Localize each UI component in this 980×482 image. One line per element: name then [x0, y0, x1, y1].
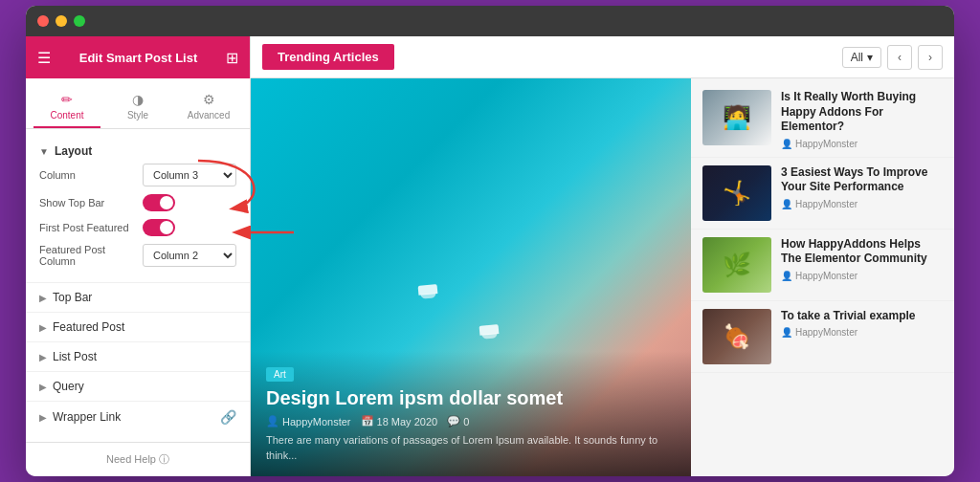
wrapper-link-icon: 🔗: [220, 409, 236, 425]
tab-style[interactable]: ◑ Style: [104, 86, 171, 128]
next-button[interactable]: ›: [918, 45, 943, 70]
layout-section: Column Column 1 Column 2 Column 3 Column…: [26, 164, 250, 282]
tab-advanced-label: Advanced: [188, 110, 230, 120]
list-post-arrow-icon: ▶: [39, 352, 47, 362]
post-title-3: How HappyAddons Helps The Elementor Comm…: [781, 237, 943, 267]
list-item[interactable]: 🌿 How HappyAddons Helps The Elementor Co…: [691, 230, 954, 301]
post-author-3: 👤 HappyMonster: [781, 271, 943, 281]
author-name: HappyMonster: [282, 416, 351, 427]
nature-image-3: 🌿: [702, 237, 771, 293]
main-toolbar: Trending Articles All ▾ ‹ ›: [251, 36, 954, 78]
tab-content[interactable]: ✏ Content: [33, 86, 100, 128]
post-thumb-3: 🌿: [702, 237, 771, 293]
content-icon: ✏: [61, 92, 73, 107]
show-top-bar-row: Show Top Bar: [39, 194, 236, 211]
list-item[interactable]: 🍖 To take a Trivial example 👤 HappyMonst…: [691, 301, 954, 373]
sidebar-tabs: ✏ Content ◑ Style ⚙ Advanced: [26, 78, 250, 129]
post-author-1: 👤 HappyMonster: [781, 139, 943, 149]
first-post-featured-row: First Post Featured: [39, 219, 236, 236]
featured-post-area: Art Design Lorem ipsm dollar somet 👤 Hap…: [251, 78, 691, 476]
column-select[interactable]: Column 1 Column 2 Column 3 Column 4: [143, 164, 236, 186]
post-title-1: Is It Really Worth Buying Happy Addons F…: [781, 90, 943, 135]
post-date: 18 May 2020: [377, 416, 438, 427]
list-post-label: List Post: [53, 350, 97, 363]
comment-icon: 💬: [447, 415, 460, 427]
first-post-featured-label: First Post Featured: [39, 222, 135, 233]
maximize-button[interactable]: [74, 15, 85, 27]
user-icon: 👤: [266, 415, 279, 427]
sidebar-content: ▼ Layout Column Column 1 Column 2 Column…: [26, 129, 250, 442]
author-meta: 👤 HappyMonster: [266, 415, 351, 427]
featured-tag: Art: [266, 367, 294, 382]
post-info-4: To take a Trivial example 👤 HappyMonster: [781, 309, 943, 339]
prev-button[interactable]: ‹: [887, 45, 912, 70]
main-content: Trending Articles All ▾ ‹ ›: [251, 36, 954, 476]
hamburger-icon[interactable]: ☰: [37, 49, 51, 67]
list-post-section[interactable]: ▶ List Post: [26, 341, 250, 371]
all-dropdown[interactable]: All ▾: [842, 47, 881, 68]
layout-label: Layout: [55, 144, 92, 158]
toolbar-right: All ▾ ‹ ›: [842, 45, 943, 70]
tab-advanced[interactable]: ⚙ Advanced: [175, 86, 242, 128]
query-section[interactable]: ▶ Query: [26, 371, 250, 401]
advanced-icon: ⚙: [203, 92, 215, 107]
list-item[interactable]: 🤸 3 Easiest Ways To Improve Your Site Pe…: [691, 158, 954, 230]
featured-image: Art Design Lorem ipsm dollar somet 👤 Hap…: [251, 78, 691, 476]
post-info-2: 3 Easiest Ways To Improve Your Site Perf…: [781, 165, 943, 209]
app-body: ☰ Edit Smart Post List ⊞ ✏ Content ◑ Sty…: [26, 36, 954, 476]
column-row: Column Column 1 Column 2 Column 3 Column…: [39, 164, 236, 186]
show-top-bar-label: Show Top Bar: [39, 197, 135, 208]
main-grid: Art Design Lorem ipsm dollar somet 👤 Hap…: [251, 78, 954, 476]
post-thumb-2: 🤸: [702, 165, 771, 221]
first-post-featured-toggle[interactable]: [143, 219, 175, 236]
app-window: ☰ Edit Smart Post List ⊞ ✏ Content ◑ Sty…: [26, 6, 954, 476]
trending-articles-tab[interactable]: Trending Articles: [262, 44, 394, 70]
titlebar: [26, 6, 954, 36]
comment-count: 0: [463, 416, 469, 427]
post-info-1: Is It Really Worth Buying Happy Addons F…: [781, 90, 943, 149]
top-bar-section[interactable]: ▶ Top Bar: [26, 282, 250, 312]
featured-post-section[interactable]: ▶ Featured Post: [26, 312, 250, 341]
user-icon-2: 👤: [781, 199, 792, 209]
wrapper-link-section[interactable]: ▶ Wrapper Link 🔗: [26, 401, 250, 432]
need-help-link[interactable]: Need Help: [106, 453, 156, 465]
wrapper-link-label: Wrapper Link: [53, 410, 121, 424]
layout-section-header[interactable]: ▼ Layout: [26, 139, 250, 164]
tab-content-label: Content: [50, 110, 83, 120]
featured-meta: 👤 HappyMonster 📅 18 May 2020 💬 0: [266, 415, 676, 427]
post-list: 🧑‍💻 Is It Really Worth Buying Happy Addo…: [691, 78, 954, 476]
list-item[interactable]: 🧑‍💻 Is It Really Worth Buying Happy Addo…: [691, 82, 954, 158]
featured-post-column-select[interactable]: Column 1 Column 2 Column 3: [143, 244, 236, 267]
sidebar-header: ☰ Edit Smart Post List ⊞: [26, 36, 250, 78]
style-icon: ◑: [132, 92, 144, 107]
boat-decoration-1: [417, 284, 437, 296]
minimize-button[interactable]: [56, 15, 67, 27]
post-title-4: To take a Trivial example: [781, 309, 943, 324]
post-thumb-1: 🧑‍💻: [702, 90, 771, 145]
layout-arrow-icon: ▼: [39, 146, 49, 157]
post-info-3: How HappyAddons Helps The Elementor Comm…: [781, 237, 943, 281]
food-image-4: 🍖: [702, 309, 771, 364]
help-icon: ⓘ: [159, 453, 169, 465]
toggle-thumb-2: [160, 221, 173, 234]
featured-post-column-label: Featured Post Column: [39, 244, 135, 267]
date-meta: 📅 18 May 2020: [361, 415, 438, 427]
column-label: Column: [39, 169, 135, 181]
tab-style-label: Style: [127, 110, 148, 120]
grid-icon[interactable]: ⊞: [226, 49, 238, 67]
featured-post-column-row: Featured Post Column Column 1 Column 2 C…: [39, 244, 236, 267]
post-title-2: 3 Easiest Ways To Improve Your Site Perf…: [781, 165, 943, 195]
top-bar-arrow-icon: ▶: [39, 293, 47, 303]
post-thumb-4: 🍖: [702, 309, 771, 364]
wrapper-link-arrow-icon: ▶: [39, 412, 47, 423]
query-label: Query: [53, 380, 84, 393]
close-button[interactable]: [37, 15, 49, 27]
calendar-icon: 📅: [361, 415, 374, 427]
sidebar: ☰ Edit Smart Post List ⊞ ✏ Content ◑ Sty…: [26, 36, 251, 476]
featured-excerpt: There are many variations of passages of…: [266, 433, 676, 463]
featured-title: Design Lorem ipsm dollar somet: [266, 387, 676, 409]
sidebar-header-title: Edit Smart Post List: [79, 51, 198, 65]
show-top-bar-toggle[interactable]: [143, 194, 175, 211]
all-dropdown-label: All: [851, 51, 863, 64]
person-image-2: 🤸: [702, 165, 771, 221]
